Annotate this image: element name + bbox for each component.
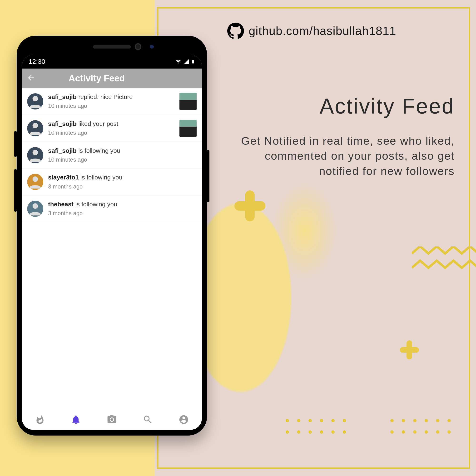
battery-icon	[191, 59, 195, 65]
feed-action: is following you	[73, 201, 117, 208]
nav-camera[interactable]	[107, 414, 117, 425]
nav-profile[interactable]	[178, 414, 189, 425]
person-icon	[27, 147, 43, 163]
feed-username: thebeast	[48, 201, 73, 208]
page-subtext: Get Notified in real time, see who liked…	[236, 133, 455, 178]
app-bar: Activity Feed	[22, 68, 202, 88]
signal-icon	[183, 59, 189, 65]
nav-search[interactable]	[143, 414, 153, 425]
feed-action: replied: nice Picture	[77, 93, 133, 101]
phone-screen: 12:30 Activity Feed safi_sojib replied: …	[22, 55, 202, 430]
svg-point-4	[33, 203, 38, 209]
person-icon	[27, 201, 43, 217]
activity-feed-item[interactable]: slayer3to1 is following you3 months ago	[22, 169, 202, 195]
avatar[interactable]	[27, 174, 43, 190]
activity-feed-item[interactable]: safi_sojib is following you10 minutes ag…	[22, 142, 202, 169]
arrow-left-icon	[27, 73, 35, 82]
person-icon	[27, 174, 43, 190]
phone-sensor	[150, 45, 154, 49]
activity-feed-list[interactable]: safi_sojib replied: nice Picture10 minut…	[22, 88, 202, 409]
phone-speaker	[93, 45, 131, 49]
wifi-icon	[175, 59, 182, 65]
nav-notifications[interactable]	[71, 414, 81, 425]
feed-action: liked your post	[77, 120, 118, 127]
phone-side-button	[207, 150, 209, 202]
bottom-nav	[22, 409, 202, 430]
plus-icon	[235, 190, 265, 221]
svg-point-3	[33, 177, 38, 182]
profile-icon	[178, 414, 189, 425]
status-time: 12:30	[29, 58, 45, 66]
feed-username: safi_sojib	[48, 147, 77, 154]
activity-feed-item[interactable]: safi_sojib replied: nice Picture10 minut…	[22, 88, 202, 115]
feed-timestamp: 10 minutes ago	[48, 102, 175, 110]
status-icons	[175, 59, 195, 65]
avatar[interactable]	[27, 120, 43, 136]
github-icon	[227, 23, 244, 39]
nav-fire[interactable]	[35, 414, 45, 425]
activity-feed-item[interactable]: safi_sojib liked your post10 minutes ago	[22, 115, 202, 142]
feed-item-text: thebeast is following you3 months ago	[48, 200, 197, 217]
phone-side-button	[14, 169, 17, 212]
status-bar: 12:30	[22, 55, 202, 68]
feed-username: safi_sojib	[48, 120, 77, 127]
feed-timestamp: 3 months ago	[48, 183, 197, 190]
post-thumbnail[interactable]	[179, 120, 197, 137]
feed-username: safi_sojib	[48, 93, 77, 101]
app-bar-title: Activity Feed	[68, 73, 125, 84]
search-icon	[143, 414, 153, 425]
post-thumbnail[interactable]	[179, 93, 197, 110]
back-button[interactable]	[27, 73, 35, 83]
avatar[interactable]	[27, 201, 43, 217]
feed-item-text: safi_sojib liked your post10 minutes ago	[48, 120, 175, 136]
phone-camera	[135, 43, 141, 50]
github-link[interactable]: github.com/hasibullah1811	[227, 23, 396, 39]
plus-icon	[400, 340, 419, 359]
github-url-text: github.com/hasibullah1811	[249, 24, 396, 38]
feed-action: is following you	[77, 147, 120, 154]
svg-point-2	[33, 150, 38, 155]
feed-timestamp: 10 minutes ago	[48, 156, 197, 164]
zigzag-icon	[412, 246, 476, 275]
fire-icon	[35, 414, 45, 425]
phone-side-button	[14, 131, 17, 157]
avatar[interactable]	[27, 93, 43, 109]
svg-point-0	[33, 96, 38, 102]
feed-timestamp: 3 months ago	[48, 209, 197, 217]
feed-item-text: safi_sojib replied: nice Picture10 minut…	[48, 93, 175, 110]
dot-grid	[286, 419, 346, 434]
person-icon	[27, 120, 43, 136]
bell-icon	[71, 414, 81, 425]
feed-item-text: slayer3to1 is following you3 months ago	[48, 173, 197, 190]
phone-frame: 12:30 Activity Feed safi_sojib replied: …	[17, 36, 207, 436]
person-icon	[27, 93, 43, 109]
svg-point-1	[33, 123, 38, 128]
activity-feed-item[interactable]: thebeast is following you3 months ago	[22, 195, 202, 222]
feed-username: slayer3to1	[48, 174, 79, 181]
feed-timestamp: 10 minutes ago	[48, 129, 175, 136]
camera-icon	[107, 414, 117, 425]
page-headline: Activity Feed	[320, 94, 455, 119]
dot-grid	[390, 419, 451, 434]
feed-item-text: safi_sojib is following you10 minutes ag…	[48, 147, 197, 164]
feed-action: is following you	[79, 174, 122, 181]
avatar[interactable]	[27, 147, 43, 163]
